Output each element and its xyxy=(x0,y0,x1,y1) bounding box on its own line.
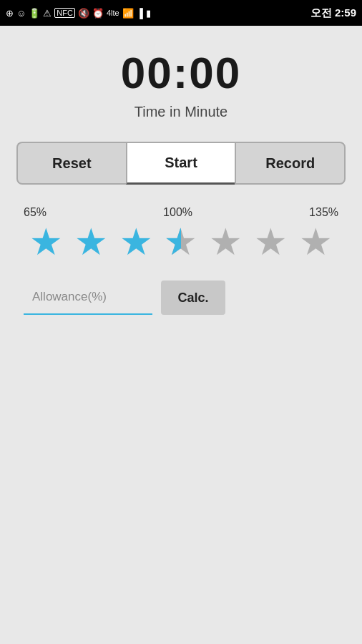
nfc-icon: NFC xyxy=(54,8,75,18)
timer-display: 00:00 xyxy=(121,47,242,98)
status-time: 오전 2:59 xyxy=(310,6,356,20)
star-3[interactable]: ★ xyxy=(119,223,153,260)
main-content: 00:00 Time in Minute Reset Start Record … xyxy=(0,26,362,644)
stars-row[interactable]: ★ ★ ★ ★ ★ ★ ★ ★ xyxy=(16,223,346,260)
label-100: 100% xyxy=(163,206,192,219)
start-button[interactable]: Start xyxy=(126,142,235,185)
add-icon: ⊕ xyxy=(6,8,14,19)
stars-labels: 65% 100% 135% xyxy=(16,206,346,219)
star-2[interactable]: ★ xyxy=(74,223,108,260)
star-7[interactable]: ★ xyxy=(299,223,333,260)
star-4-fill: ★ xyxy=(164,223,181,260)
volume-icon: 🔇 xyxy=(78,8,89,19)
signal-icon: ▐ xyxy=(137,8,143,19)
star-6[interactable]: ★ xyxy=(254,223,288,260)
battery-icon: 🔋 xyxy=(29,8,40,19)
record-button[interactable]: Record xyxy=(235,142,346,185)
face-icon: ☺ xyxy=(16,8,26,19)
status-time-area: 오전 2:59 xyxy=(310,6,356,20)
timer-label: Time in Minute xyxy=(134,104,228,120)
calc-button[interactable]: Calc. xyxy=(161,280,225,315)
status-bar: ⊕ ☺ 🔋 ⚠ NFC 🔇 ⏰ 4lte 📶 ▐ ▮ 오전 2:59 xyxy=(0,0,362,26)
alarm-icon: ⏰ xyxy=(92,8,104,19)
status-icons-left: ⊕ ☺ 🔋 ⚠ NFC 🔇 ⏰ 4lte 📶 ▐ ▮ xyxy=(6,8,151,19)
warning-icon: ⚠ xyxy=(43,8,52,19)
reset-button[interactable]: Reset xyxy=(16,142,126,185)
star-4[interactable]: ★ ★ xyxy=(164,223,197,260)
allowance-input[interactable] xyxy=(24,280,152,315)
star-1[interactable]: ★ xyxy=(29,223,63,260)
battery-full-icon: ▮ xyxy=(146,8,151,19)
lte-icon: 4lte xyxy=(107,9,119,17)
wifi-icon: 📶 xyxy=(122,8,134,19)
buttons-row: Reset Start Record xyxy=(16,142,346,185)
star-5[interactable]: ★ xyxy=(209,223,243,260)
allowance-row: Calc. xyxy=(16,280,346,315)
label-135: 135% xyxy=(309,206,338,219)
stars-section: 65% 100% 135% ★ ★ ★ ★ ★ ★ ★ ★ xyxy=(16,206,346,260)
label-65: 65% xyxy=(24,206,47,219)
